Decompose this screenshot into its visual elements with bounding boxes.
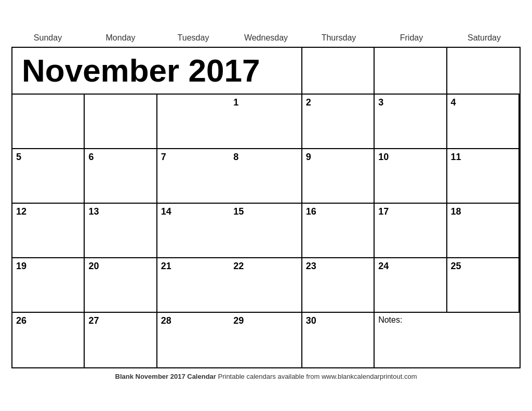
day-number-17: 17 [378,206,389,217]
day-number-9: 9 [306,152,311,162]
day-headers: Sunday Monday Tuesday Wednesday Thursday… [11,31,521,46]
day-cell-23: 23 [302,258,375,313]
notes-label: Notes: [378,315,402,324]
day-header-tuesday: Tuesday [157,31,230,46]
day-cell-11: 11 [447,149,520,204]
day-cell-2: 2 [302,95,375,149]
day-cell-14: 14 [157,204,230,258]
day-number-6: 6 [88,152,94,162]
day-number-28: 28 [161,315,171,326]
day-cell-16: 16 [302,204,375,258]
day-header-monday: Monday [84,31,157,46]
day-cell-20: 20 [85,258,157,313]
day-cell-15: 15 [230,204,302,258]
day-cell-28: 28 [157,313,230,367]
day-cell-13: 13 [85,204,157,258]
day-number-16: 16 [306,206,316,217]
day-number-14: 14 [161,206,171,217]
day-cell-24: 24 [375,258,447,313]
day-cell-empty-3 [157,95,230,149]
header-empty-2 [375,48,447,95]
day-cell-27: 27 [85,313,157,367]
day-number-3: 3 [378,97,383,108]
day-cell-3: 3 [375,95,447,149]
day-header-saturday: Saturday [448,31,521,46]
day-cell-1: 1 [230,95,302,149]
day-header-thursday: Thursday [302,31,375,46]
day-number-18: 18 [451,206,461,217]
month-title: November 2017 [22,55,260,87]
day-header-wednesday: Wednesday [230,31,302,46]
day-number-5: 5 [16,152,21,162]
day-cell-4: 4 [447,95,520,149]
day-number-20: 20 [88,261,99,271]
day-number-23: 23 [306,261,316,271]
day-number-19: 19 [16,261,26,271]
day-cell-17: 17 [375,204,447,258]
day-number-2: 2 [306,97,311,108]
month-title-cell: November 2017 [12,48,302,95]
day-number-21: 21 [161,261,171,271]
header-empty-1 [302,48,375,95]
day-number-8: 8 [233,152,238,162]
calendar-grid: November 2017 1 2 3 4 5 6 7 8 [11,47,521,368]
day-cell-9: 9 [302,149,375,204]
day-number-11: 11 [451,152,461,162]
footer-regular-text: Printable calendars available from www.b… [216,373,417,380]
calendar-footer: Blank November 2017 Calendar Printable c… [11,373,521,380]
day-number-1: 1 [233,97,238,108]
day-cell-26: 26 [12,313,85,367]
day-number-29: 29 [233,315,244,326]
footer-bold-text: Blank November 2017 Calendar [115,373,216,380]
day-number-13: 13 [88,206,99,217]
notes-cell: Notes: [375,313,520,367]
day-cell-30: 30 [302,313,375,367]
day-number-15: 15 [233,206,244,217]
day-cell-29: 29 [230,313,302,367]
day-number-30: 30 [306,315,316,326]
day-cell-21: 21 [157,258,230,313]
day-cell-25: 25 [447,258,520,313]
day-number-22: 22 [233,261,244,271]
day-cell-8: 8 [230,149,302,204]
day-cell-6: 6 [85,149,157,204]
day-number-24: 24 [378,261,389,271]
day-cell-7: 7 [157,149,230,204]
day-cell-empty-1 [12,95,85,149]
day-header-friday: Friday [375,31,448,46]
header-empty-3 [447,48,520,95]
calendar-wrapper: Sunday Monday Tuesday Wednesday Thursday… [11,31,521,380]
day-number-10: 10 [378,152,389,162]
day-cell-18: 18 [447,204,520,258]
day-cell-12: 12 [12,204,85,258]
day-cell-22: 22 [230,258,302,313]
day-number-4: 4 [451,97,456,108]
day-cell-10: 10 [375,149,447,204]
day-number-26: 26 [16,315,26,326]
day-number-27: 27 [88,315,99,326]
day-cell-empty-2 [85,95,157,149]
day-number-12: 12 [16,206,26,217]
day-header-sunday: Sunday [11,31,84,46]
day-cell-5: 5 [12,149,85,204]
day-number-25: 25 [451,261,461,271]
day-cell-19: 19 [12,258,85,313]
day-number-7: 7 [161,152,166,162]
